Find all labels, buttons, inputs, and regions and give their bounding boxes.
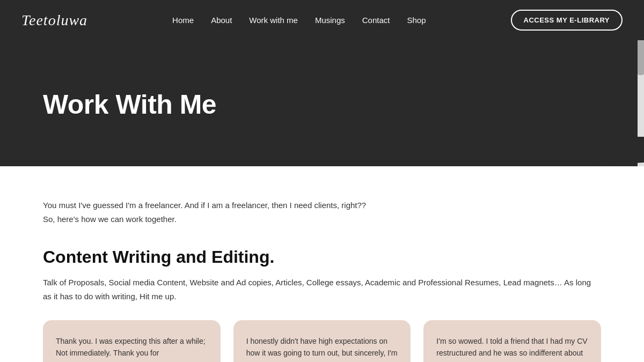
nav-contact[interactable]: Contact: [362, 16, 390, 25]
nav-shop[interactable]: Shop: [407, 16, 426, 25]
access-library-button[interactable]: ACCESS MY E-LIBRARY: [511, 10, 623, 31]
nav-home[interactable]: Home: [172, 16, 194, 25]
site-header: Teetoluwa Home About Work with me Musing…: [0, 0, 644, 40]
nav-about[interactable]: About: [211, 16, 232, 25]
main-content: You must I've guessed I'm a freelancer. …: [0, 166, 644, 362]
main-nav: Home About Work with me Musings Contact …: [172, 16, 426, 25]
testimonial-text-1: Thank you. I was expecting this after a …: [56, 335, 208, 359]
nav-work-with-me[interactable]: Work with me: [249, 16, 298, 25]
testimonial-card-1: Thank you. I was expecting this after a …: [43, 320, 221, 362]
testimonial-card-3: I'm so wowed. I told a friend that I had…: [423, 320, 601, 362]
testimonial-card-2: I honestly didn't have high expectations…: [233, 320, 411, 362]
logo[interactable]: Teetoluwa: [21, 12, 87, 29]
nav-musings[interactable]: Musings: [315, 16, 345, 25]
intro-line-2: So, here's how we can work together.: [43, 215, 177, 224]
section-title: Content Writing and Editing.: [43, 247, 601, 267]
page-title: Work With Me: [43, 89, 216, 120]
hero-section: Work With Me: [0, 40, 644, 169]
intro-line-1: You must I've guessed I'm a freelancer. …: [43, 201, 366, 210]
intro-text: You must I've guessed I'm a freelancer. …: [43, 198, 601, 226]
testimonial-text-3: I'm so wowed. I told a friend that I had…: [436, 335, 588, 362]
section-description: Talk of Proposals, Social media Content,…: [43, 276, 601, 303]
testimonial-text-2: I honestly didn't have high expectations…: [246, 335, 398, 362]
testimonials-row: Thank you. I was expecting this after a …: [43, 320, 601, 362]
